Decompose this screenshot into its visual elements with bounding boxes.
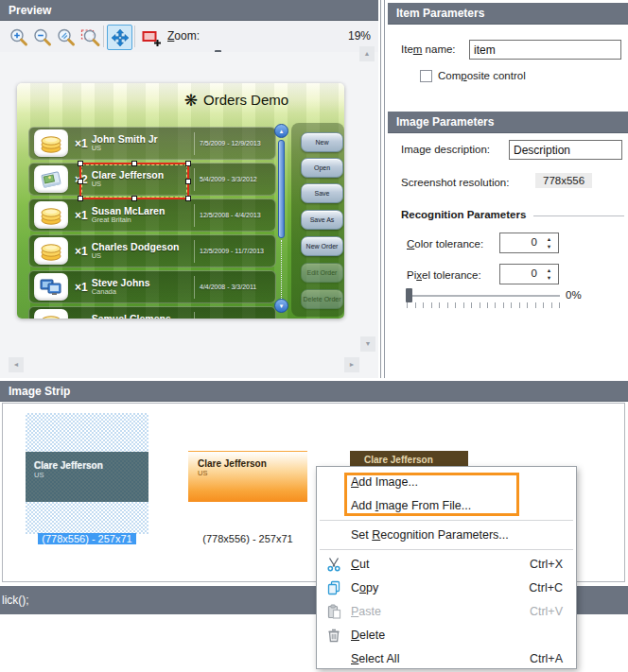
thumbnail-selected[interactable]: Clare Jefferson US [26,413,148,534]
orders-list: ×1John Smith JrUS7/5/2009 - 12/9/2013×2C… [28,127,276,319]
screen: Preview Zoom: 19% ❋Orders Demo ×1John Sm… [0,0,628,672]
orders-demo-screenshot: ❋Orders Demo ×1John Smith JrUS7/5/2009 -… [17,83,344,319]
order-quantity: ×1 [75,209,88,222]
recognition-parameters-heading: Recognition Parameters [401,209,624,220]
book-icon [34,165,68,193]
tolerance-slider-track[interactable] [407,295,560,297]
zoom-out-icon[interactable] [29,25,55,50]
pixel-tolerance-label: Pixel tolerance: [407,269,481,281]
item-name-label: Item name: [401,43,456,55]
selection-handle-sw[interactable] [78,196,83,201]
preview-toolbar: Zoom: 19% [0,21,378,53]
selection-handle-n[interactable] [131,161,137,166]
app-button-new: New [301,132,343,152]
app-title: ❋Orders Demo [129,91,344,111]
order-customer: Steve JohnsCanada [92,277,183,297]
selection-handle-w[interactable] [78,179,83,184]
menu-item-select-all[interactable]: Select AllCtrl+A [317,646,576,670]
app-button-open: Open [301,158,343,178]
orders-logo-icon: ❋ [184,92,198,110]
zoom-actual-icon[interactable] [53,25,78,50]
zoom-in-icon[interactable] [6,25,31,50]
spin-down-icon[interactable]: ▼ [543,245,555,250]
scroll-up-icon[interactable]: ▲ [359,46,375,61]
menu-item-set-recognition-parameters[interactable]: Set Recognition Parameters... [317,523,576,546]
color-tolerance-label: Color tolerance: [407,238,483,250]
order-row: ×1Charles DodgesonUS12/5/2009 - 11/7/201… [28,234,276,267]
tolerance-slider-ticks [407,302,561,308]
image-description-input[interactable] [509,140,622,160]
spin-up-icon[interactable]: ▲ [543,268,555,274]
screenshot-resolution-label: Screenshot resolution: [401,177,509,188]
selection-handle-s[interactable] [131,196,137,201]
menu-item-cut[interactable]: CutCtrl+X [317,552,576,576]
code-text: lick(); [2,594,29,607]
tolerance-percent-value: 0% [566,289,582,301]
context-menu: Add Image...Add Image From File...Set Re… [316,466,577,669]
list-scroll-up-icon: ▲ [274,124,288,138]
order-row: ×1Susan McLarenGreat Britain12/5/2008 - … [28,198,276,232]
menu-item-delete[interactable]: Delete [317,623,576,646]
order-dates: 5/4/2009 - 3/3/2012 [195,176,275,182]
monitor-icon [34,273,68,301]
image-strip-header: Image Strip [0,381,628,402]
scroll-right-icon[interactable]: ► [344,357,359,372]
selection-handle-ne[interactable] [185,161,191,166]
selection-handle-nw[interactable] [78,161,83,166]
fit-to-screen-icon[interactable] [107,25,132,50]
coins-icon [34,237,68,265]
order-customer: Charles DodgesonUS [92,241,183,261]
toolbar-separator [103,26,104,47]
preview-canvas: ❋Orders Demo ×1John Smith JrUS7/5/2009 -… [0,52,378,378]
item-parameters-header: Item Parameters [388,3,628,25]
order-row: ×2Samuel ClemensUS12/12/2009 - 2/2/2013 [28,306,276,319]
order-row: ×1Steve JohnsCanada4/4/2008 - 3/3/2011 [28,270,276,303]
capture-image-icon[interactable] [138,25,164,50]
screenshot-resolution-value: 778x556 [535,173,592,188]
selection-handle-e[interactable] [185,179,191,184]
composite-control-checkbox[interactable] [420,70,432,82]
preview-panel-header: Preview [0,0,378,21]
image-description-label: Image description: [401,144,490,155]
selection-rect[interactable] [79,163,189,199]
scroll-left-icon[interactable]: ◄ [9,357,24,372]
menu-item-add-image-from-file[interactable]: Add Image From File... [317,493,576,517]
order-dates: 12/5/2009 - 11/7/2013 [195,248,275,254]
tolerance-slider-handle[interactable] [406,288,412,302]
order-customer: Samuel ClemensUS [92,313,183,319]
copy-icon [317,580,351,595]
image-parameters-header: Image Parameters [388,112,628,133]
spin-up-icon[interactable]: ▲ [543,237,555,243]
pixel-tolerance-spinner[interactable]: 0 ▲ ▼ [499,264,559,284]
preview-title: Preview [9,4,51,17]
order-customer: John Smith JrUS [92,133,183,153]
selection-handle-se[interactable] [185,196,191,201]
app-button-new-order: New Order [301,236,343,256]
coins-icon [34,129,68,157]
order-dates: 4/4/2008 - 3/3/2011 [195,284,275,290]
thumbnail-caption-selected: (778x556) - 257x71 [26,531,148,548]
panel-splitter[interactable] [384,0,385,378]
menu-item-add-image[interactable]: Add Image... [317,470,576,493]
panel-splitter[interactable] [380,0,381,378]
coins-icon [34,201,68,229]
order-dates: 7/5/2009 - 12/9/2013 [195,140,275,146]
color-tolerance-spinner[interactable]: 0 ▲ ▼ [499,233,559,253]
list-scroll-down-icon: ▼ [274,299,288,313]
zoom-selection-icon[interactable] [78,25,103,50]
composite-control-label: Composite control [438,70,526,81]
thumbnail-orange[interactable]: Clare Jefferson US [188,451,307,502]
menu-item-paste: PasteCtrl+V [317,599,576,623]
coins-icon [34,309,68,319]
list-scrollbar-track [281,240,283,299]
menu-item-copy[interactable]: CopyCtrl+C [317,576,576,599]
order-quantity: ×1 [75,245,88,258]
spin-down-icon[interactable]: ▼ [543,276,555,282]
toolbar-separator [134,26,135,47]
order-dates: 12/5/2008 - 4/4/2013 [195,212,275,218]
cut-icon [317,557,351,572]
thumbnail-image: Clare Jefferson US [26,452,148,502]
order-quantity: ×1 [75,137,88,150]
item-name-input[interactable] [469,40,621,60]
scroll-down-icon[interactable]: ▼ [360,336,375,352]
